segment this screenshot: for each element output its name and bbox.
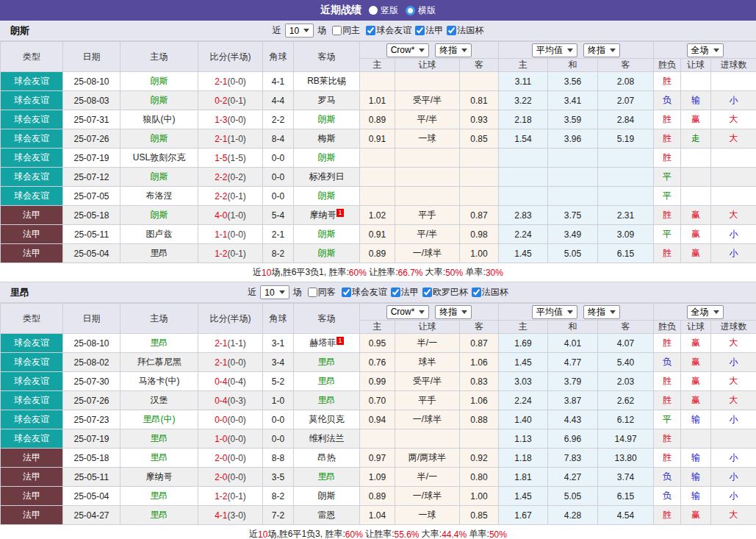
home-team-name[interactable]: 朗斯 xyxy=(151,210,168,220)
away-team-cell[interactable]: 朗斯 xyxy=(294,487,360,506)
away-team-name[interactable]: 罗马 xyxy=(318,95,336,105)
home-team-cell[interactable]: 朗斯 xyxy=(120,129,198,149)
league-filter[interactable]: 法甲 xyxy=(387,286,419,299)
away-team-name[interactable]: 雷恩 xyxy=(318,510,336,520)
home-team-cell[interactable]: 布洛涅 xyxy=(120,187,198,206)
same-venue-filter[interactable]: 同客 xyxy=(304,286,336,299)
league-filter[interactable]: 欧罗巴杯 xyxy=(419,286,468,299)
away-team-cell[interactable]: 朗斯 xyxy=(294,225,360,244)
league-checkbox[interactable] xyxy=(472,288,481,297)
away-team-name[interactable]: 标准列日 xyxy=(309,171,345,182)
away-team-cell[interactable]: 雷恩 xyxy=(294,506,360,525)
home-team-cell[interactable]: USL敦刻尔克 xyxy=(120,149,198,168)
away-team-cell[interactable]: 标准列日 xyxy=(294,168,360,187)
away-team-cell[interactable]: 罗马 xyxy=(294,91,360,110)
league-checkbox[interactable] xyxy=(415,26,425,35)
home-team-name[interactable]: 里昂 xyxy=(151,338,168,348)
home-team-name[interactable]: 图卢兹 xyxy=(146,229,173,239)
view-option-vertical[interactable]: 竖版 xyxy=(369,4,398,17)
away-team-name[interactable]: 里昂 xyxy=(318,376,336,386)
away-team-cell[interactable]: RB莱比锡 xyxy=(294,72,360,91)
match-count-select[interactable]: 10 xyxy=(260,285,289,299)
league-checkbox[interactable] xyxy=(391,288,400,297)
home-team-name[interactable]: 朗斯 xyxy=(151,171,168,182)
home-team-cell[interactable]: 里昂 xyxy=(120,506,198,525)
away-team-name[interactable]: 里昂 xyxy=(318,395,336,405)
home-team-cell[interactable]: 狼队(中) xyxy=(120,110,198,129)
same-venue-checkbox[interactable] xyxy=(332,26,342,35)
home-team-cell[interactable]: 图卢兹 xyxy=(120,225,198,244)
scope-select[interactable]: 全场 xyxy=(687,43,724,57)
home-team-cell[interactable]: 汉堡 xyxy=(120,391,198,410)
away-team-name[interactable]: 朗斯 xyxy=(318,490,336,501)
away-team-cell[interactable]: 朗斯 xyxy=(294,244,360,263)
home-team-name[interactable]: 汉堡 xyxy=(151,395,168,405)
home-team-cell[interactable]: 马洛卡(中) xyxy=(120,372,198,391)
away-team-name[interactable]: 朗斯 xyxy=(318,248,336,258)
away-team-cell[interactable]: 昂热 xyxy=(294,449,360,468)
away-team-cell[interactable]: 维利法兰 xyxy=(294,429,360,449)
home-team-cell[interactable]: 里昂 xyxy=(120,487,198,506)
away-team-cell[interactable]: 朗斯 xyxy=(294,149,360,168)
home-team-name[interactable]: USL敦刻尔克 xyxy=(133,152,185,163)
home-team-cell[interactable]: 朗斯 xyxy=(120,72,198,91)
odds-stage-select[interactable]: 终指 xyxy=(435,305,472,319)
away-team-cell[interactable]: 赫塔菲1 xyxy=(294,334,360,353)
league-checkbox[interactable] xyxy=(447,26,456,35)
away-team-name[interactable]: 朗斯 xyxy=(318,229,336,239)
away-team-name[interactable]: 莫伦贝克 xyxy=(309,414,345,424)
league-checkbox[interactable] xyxy=(422,288,432,297)
home-team-cell[interactable]: 朗斯 xyxy=(120,206,198,225)
league-filter[interactable]: 球会友谊 xyxy=(362,24,411,37)
home-team-name[interactable]: 布洛涅 xyxy=(146,190,173,201)
avg-stage-select[interactable]: 终指 xyxy=(583,43,620,57)
away-team-cell[interactable]: 莫伦贝克 xyxy=(294,410,360,429)
home-team-name[interactable]: 朗斯 xyxy=(151,76,168,86)
home-team-cell[interactable]: 摩纳哥 xyxy=(120,468,198,487)
home-team-cell[interactable]: 里昂 xyxy=(120,244,198,263)
odds-stage-select[interactable]: 终指 xyxy=(435,43,472,57)
away-team-name[interactable]: 摩纳哥 xyxy=(309,210,336,220)
match-count-select[interactable]: 10 xyxy=(285,24,314,38)
league-checkbox[interactable] xyxy=(342,288,351,297)
home-team-name[interactable]: 里昂 xyxy=(151,490,168,501)
home-team-cell[interactable]: 里昂(中) xyxy=(120,410,198,429)
away-team-name[interactable]: 里昂 xyxy=(318,471,336,482)
odds-provider-select[interactable]: Crow* xyxy=(386,305,430,319)
same-venue-checkbox[interactable] xyxy=(308,288,317,297)
home-team-name[interactable]: 摩纳哥 xyxy=(146,471,173,482)
home-team-name[interactable]: 朗斯 xyxy=(151,133,168,143)
home-team-cell[interactable]: 朗斯 xyxy=(120,91,198,110)
home-team-cell[interactable]: 朗斯 xyxy=(120,168,198,187)
away-team-name[interactable]: 赫塔菲 xyxy=(309,338,336,348)
avg-provider-select[interactable]: 平均值 xyxy=(532,43,577,57)
away-team-cell[interactable]: 朗斯 xyxy=(294,110,360,129)
away-team-cell[interactable]: 摩纳哥1 xyxy=(294,206,360,225)
away-team-name[interactable]: 维利法兰 xyxy=(309,433,345,443)
league-filter[interactable]: 法国杯 xyxy=(443,24,483,37)
radio-horizontal-icon[interactable] xyxy=(406,6,415,15)
league-checkbox[interactable] xyxy=(366,26,375,35)
away-team-name[interactable]: RB莱比锡 xyxy=(307,76,346,86)
view-option-horizontal[interactable]: 横版 xyxy=(406,4,436,17)
home-team-name[interactable]: 里昂 xyxy=(151,248,168,258)
same-venue-filter[interactable]: 同主 xyxy=(328,24,360,37)
away-team-cell[interactable]: 梅斯 xyxy=(294,129,360,149)
away-team-name[interactable]: 朗斯 xyxy=(318,190,336,201)
home-team-name[interactable]: 朗斯 xyxy=(151,95,168,105)
home-team-name[interactable]: 狼队(中) xyxy=(143,114,176,124)
away-team-name[interactable]: 昂热 xyxy=(318,452,336,463)
away-team-cell[interactable]: 里昂 xyxy=(294,372,360,391)
league-filter[interactable]: 球会友谊 xyxy=(338,286,387,299)
away-team-cell[interactable]: 里昂 xyxy=(294,353,360,372)
home-team-name[interactable]: 里昂 xyxy=(151,433,168,443)
home-team-name[interactable]: 里昂 xyxy=(151,452,168,463)
avg-provider-select[interactable]: 平均值 xyxy=(532,305,577,319)
league-filter[interactable]: 法甲 xyxy=(411,24,443,37)
home-team-name[interactable]: 里昂 xyxy=(151,510,168,520)
away-team-cell[interactable]: 朗斯 xyxy=(294,187,360,206)
home-team-cell[interactable]: 拜仁慕尼黑 xyxy=(120,353,198,372)
league-filter[interactable]: 法国杯 xyxy=(468,286,508,299)
home-team-cell[interactable]: 里昂 xyxy=(120,334,198,353)
away-team-name[interactable]: 里昂 xyxy=(318,357,336,367)
